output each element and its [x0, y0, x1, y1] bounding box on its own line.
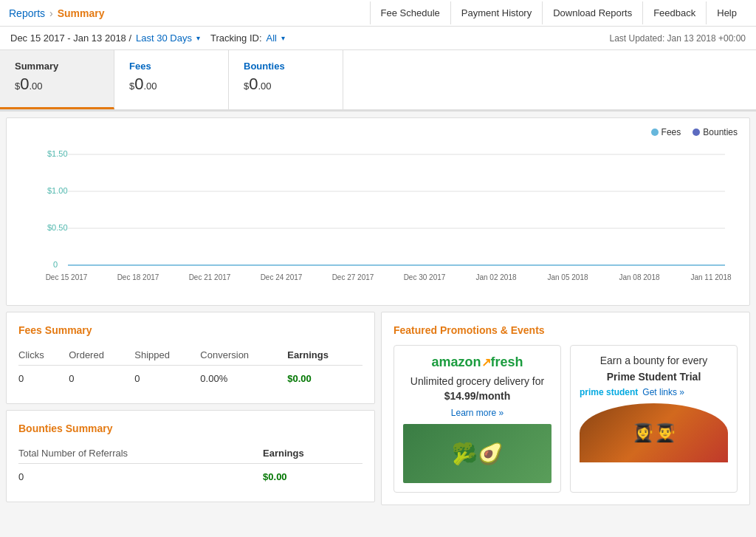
left-panel: Fees Summary Clicks Ordered Shipped Conv… — [6, 312, 375, 505]
prime-earn-text: Earn a bounty for every — [600, 355, 708, 366]
nav-links: Fee Schedule Payment History Download Re… — [370, 1, 747, 24]
svg-text:$1.50: $1.50 — [47, 149, 68, 158]
fees-val-shipped: 0 — [134, 366, 200, 392]
prime-logo-area: prime student Get links » — [580, 387, 728, 397]
tracking-dropdown-arrow[interactable]: ▾ — [281, 34, 285, 42]
summary-section: Summary $0.00 Fees $0.00 Bounties $0.00 — [0, 50, 756, 112]
bottom-panels: Fees Summary Clicks Ordered Shipped Conv… — [6, 312, 750, 505]
bounties-row: 0 $0.00 — [18, 464, 362, 490]
promo-grid: amazon↗fresh Unlimited grocery delivery … — [394, 345, 738, 493]
fees-legend-dot — [651, 129, 659, 136]
prime-student-text: Prime Student Trial — [607, 371, 701, 383]
fees-val-ordered: 0 — [69, 366, 134, 392]
date-last30-dropdown[interactable]: Last 30 Days — [136, 33, 192, 44]
svg-text:Jan 11 2018: Jan 11 2018 — [690, 273, 731, 281]
bounties-col-referrals: Total Number of Referrals — [18, 443, 263, 464]
promo-prime-text1: Earn a bounty for every — [580, 355, 728, 366]
bounties-legend-label: Bounties — [703, 127, 738, 137]
main-content: Fees Bounties $1.50 $1.00 $0.50 0 — [0, 117, 756, 505]
date-left: Dec 15 2017 - Jan 13 2018 / Last 30 Days… — [10, 33, 285, 44]
fees-legend-label: Fees — [662, 127, 681, 137]
amazonfresh-logo: amazon↗fresh — [403, 355, 551, 370]
bounties-table: Total Number of Referrals Earnings 0 $0.… — [18, 443, 362, 490]
svg-text:Dec 21 2017: Dec 21 2017 — [189, 273, 231, 281]
card-summary-value: $0.00 — [15, 75, 99, 94]
promo-prime-text2: Prime Student Trial — [580, 371, 728, 383]
card-bounties[interactable]: Bounties $0.00 — [229, 50, 343, 109]
fees-summary-title: Fees Summary — [18, 324, 362, 336]
svg-text:Jan 05 2018: Jan 05 2018 — [547, 273, 588, 281]
fees-col-shipped: Shipped — [134, 345, 200, 366]
svg-text:Dec 15 2017: Dec 15 2017 — [46, 273, 88, 281]
bounties-col-earnings: Earnings — [263, 443, 362, 464]
nav-payment-history[interactable]: Payment History — [450, 1, 542, 24]
svg-text:Jan 02 2018: Jan 02 2018 — [475, 273, 516, 281]
card-bounties-value: $0.00 — [244, 75, 328, 94]
card-fees-value: $0.00 — [129, 75, 213, 94]
chart-svg: $1.50 $1.00 $0.50 0 Dec 15 2017 Dec 18 2… — [18, 143, 738, 291]
fees-col-conversion: Conversion — [200, 345, 287, 366]
bounties-val-referrals: 0 — [18, 464, 263, 490]
fees-col-earnings: Earnings — [287, 345, 362, 366]
bounties-val-earnings: $0.00 — [263, 464, 362, 490]
prime-get-links[interactable]: Get links » — [642, 387, 684, 397]
bounties-legend-dot — [693, 129, 700, 136]
nav-help[interactable]: Help — [706, 1, 747, 24]
card-fees[interactable]: Fees $0.00 — [114, 50, 229, 109]
nav-fee-schedule[interactable]: Fee Schedule — [370, 1, 450, 24]
chart-area: Fees Bounties $1.50 $1.00 $0.50 0 — [6, 117, 750, 306]
card-fees-title[interactable]: Fees — [129, 61, 213, 72]
right-panel: Featured Promotions & Events amazon↗fres… — [381, 312, 750, 505]
featured-title: Featured Promotions & Events — [394, 324, 738, 336]
svg-text:$0.50: $0.50 — [47, 223, 68, 232]
svg-text:0: 0 — [53, 260, 58, 269]
featured-panel: Featured Promotions & Events amazon↗fres… — [381, 312, 750, 505]
chart-legend: Fees Bounties — [18, 127, 738, 137]
svg-text:Dec 18 2017: Dec 18 2017 — [117, 273, 159, 281]
breadcrumb-arrow: › — [49, 7, 53, 19]
card-summary-title: Summary — [15, 61, 99, 72]
date-range: Dec 15 2017 - Jan 13 2018 / — [10, 33, 131, 44]
nav-download-reports[interactable]: Download Reports — [542, 1, 642, 24]
chart-svg-container: $1.50 $1.00 $0.50 0 Dec 15 2017 Dec 18 2… — [18, 143, 738, 293]
fees-col-clicks: Clicks — [18, 345, 69, 366]
summary-cards: Summary $0.00 Fees $0.00 Bounties $0.00 — [0, 50, 756, 111]
svg-text:Dec 30 2017: Dec 30 2017 — [404, 273, 446, 281]
top-nav: Reports › Summary Fee Schedule Payment H… — [0, 0, 756, 27]
breadcrumb: Reports › Summary — [9, 7, 105, 19]
last-updated: Last Updated: Jan 13 2018 +00:00 — [610, 33, 746, 44]
svg-text:$1.00: $1.00 — [47, 186, 68, 195]
card-summary[interactable]: Summary $0.00 — [0, 50, 114, 109]
promo-amazonfresh-image: 🥦🥑 — [403, 424, 551, 483]
fees-col-ordered: Ordered — [69, 345, 134, 366]
prime-student-logo: prime student — [580, 387, 638, 397]
fees-row: 0 0 0 0.00% $0.00 — [18, 366, 362, 392]
breadcrumb-reports[interactable]: Reports — [9, 7, 45, 19]
card-bounties-title[interactable]: Bounties — [244, 61, 328, 72]
fees-val-conversion: 0.00% — [200, 366, 287, 392]
svg-text:Dec 24 2017: Dec 24 2017 — [261, 273, 303, 281]
legend-fees: Fees — [651, 127, 681, 137]
date-dropdown-arrow[interactable]: ▾ — [196, 34, 200, 42]
fees-val-clicks: 0 — [18, 366, 69, 392]
bounties-summary-title: Bounties Summary — [18, 423, 362, 434]
svg-text:Dec 27 2017: Dec 27 2017 — [332, 273, 374, 281]
promo-prime-student[interactable]: Earn a bounty for every Prime Student Tr… — [570, 345, 738, 493]
legend-bounties: Bounties — [693, 127, 738, 137]
fees-val-earnings: $0.00 — [287, 366, 362, 392]
date-bar: Dec 15 2017 - Jan 13 2018 / Last 30 Days… — [0, 27, 756, 50]
svg-text:Jan 08 2018: Jan 08 2018 — [619, 273, 659, 281]
bounties-summary-panel: Bounties Summary Total Number of Referra… — [6, 410, 375, 502]
tracking-label: Tracking ID: — [210, 33, 262, 44]
promo-prime-image: 👩‍🎓👨‍🎓 — [580, 403, 728, 462]
promo-amazonfresh-link[interactable]: Learn more » — [403, 408, 551, 418]
fees-table: Clicks Ordered Shipped Conversion Earnin… — [18, 345, 362, 391]
nav-feedback[interactable]: Feedback — [642, 1, 706, 24]
tracking-all-dropdown[interactable]: All — [267, 33, 277, 44]
promo-amazonfresh[interactable]: amazon↗fresh Unlimited grocery delivery … — [394, 345, 561, 493]
promo-amazonfresh-text: Unlimited grocery delivery for $14.99/mo… — [403, 374, 551, 403]
breadcrumb-summary: Summary — [58, 7, 105, 19]
fees-summary-panel: Fees Summary Clicks Ordered Shipped Conv… — [6, 312, 375, 404]
